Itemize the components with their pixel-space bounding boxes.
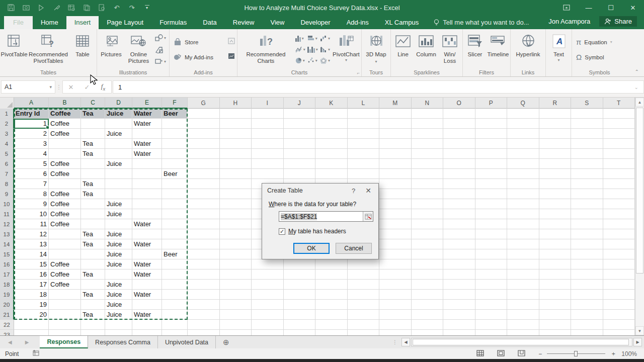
cell-R22[interactable]	[539, 320, 572, 330]
cell-L7[interactable]	[348, 169, 380, 179]
cell-D11[interactable]: Juice	[105, 209, 132, 219]
zoom-in-icon[interactable]: ＋	[610, 349, 616, 358]
ribbon-display-options-icon[interactable]	[555, 0, 578, 15]
cell-Q3[interactable]	[507, 129, 539, 139]
cell-N8[interactable]	[412, 179, 444, 189]
scroll-down-icon[interactable]: ▼	[635, 326, 644, 335]
cell-N19[interactable]	[412, 290, 444, 300]
cell-L5[interactable]	[348, 149, 380, 159]
screenshot-button[interactable]: ▾	[154, 56, 167, 66]
cell-T11[interactable]	[603, 209, 635, 219]
hscroll-left-icon[interactable]: ◀	[401, 338, 410, 346]
cell-A17[interactable]: 16	[14, 269, 49, 280]
cell-H6[interactable]	[220, 159, 252, 169]
cell-D12[interactable]	[105, 219, 132, 229]
cell-Q14[interactable]	[507, 239, 539, 249]
cell-R8[interactable]	[539, 179, 572, 189]
cell-R3[interactable]	[539, 129, 572, 139]
cell-T2[interactable]	[603, 119, 635, 129]
cell-N15[interactable]	[412, 249, 444, 259]
smartart-button[interactable]	[154, 45, 167, 55]
cell-D4[interactable]	[105, 139, 132, 149]
cell-T16[interactable]	[603, 259, 635, 269]
row-header-15[interactable]: 15	[0, 249, 14, 259]
sheet-nav-right-icon[interactable]: ▶	[25, 339, 29, 345]
sheet-nav-left-icon[interactable]: ◀	[8, 339, 12, 345]
cell-N7[interactable]	[412, 169, 444, 179]
cell-L17[interactable]	[348, 269, 380, 280]
cell-C13[interactable]: Tea	[81, 229, 105, 239]
cell-N12[interactable]	[412, 219, 444, 229]
cell-O10[interactable]	[443, 199, 475, 209]
cell-N14[interactable]	[412, 239, 444, 249]
cell-O15[interactable]	[443, 249, 475, 259]
cell-M21[interactable]	[379, 310, 412, 320]
cell-B12[interactable]: Coffee	[49, 219, 81, 229]
cell-O7[interactable]	[443, 169, 475, 179]
cell-A14[interactable]: 13	[14, 239, 49, 249]
cell-R13[interactable]	[539, 229, 572, 239]
cell-P14[interactable]	[475, 239, 508, 249]
cell-S1[interactable]	[571, 109, 603, 119]
column-header-Q[interactable]: Q	[507, 98, 539, 109]
cell-B2[interactable]: Coffee	[49, 119, 81, 129]
cell-K22[interactable]	[315, 320, 348, 330]
row-header-3[interactable]: 3	[0, 129, 14, 139]
column-chart-icon[interactable]: ▾	[295, 33, 305, 44]
cell-M15[interactable]	[379, 249, 412, 259]
cell-F20[interactable]	[162, 300, 188, 310]
cell-L20[interactable]	[348, 300, 380, 310]
cell-G9[interactable]	[188, 189, 220, 199]
cell-K19[interactable]	[315, 290, 348, 300]
cell-Q8[interactable]	[507, 179, 539, 189]
cell-N2[interactable]	[412, 119, 444, 129]
sparkline-column-button[interactable]: Column	[414, 31, 438, 68]
cell-O5[interactable]	[443, 149, 475, 159]
cell-H2[interactable]	[220, 119, 252, 129]
row-header-20[interactable]: 20	[0, 300, 14, 310]
cell-C5[interactable]: Tea	[81, 149, 105, 159]
cell-O9[interactable]	[443, 189, 475, 199]
cell-G22[interactable]	[188, 320, 220, 330]
tab-home[interactable]: Home	[33, 16, 66, 29]
cell-A15[interactable]: 14	[14, 249, 49, 259]
cell-K5[interactable]	[315, 149, 348, 159]
range-selector-button[interactable]	[363, 212, 373, 221]
page-break-preview-icon[interactable]	[518, 350, 525, 358]
cell-M8[interactable]	[379, 179, 412, 189]
macro-record-icon[interactable]	[33, 350, 40, 357]
cell-G15[interactable]	[188, 249, 220, 259]
cell-K23[interactable]	[315, 330, 348, 335]
cell-M17[interactable]	[379, 269, 412, 280]
cell-G10[interactable]	[188, 199, 220, 209]
3d-map-button[interactable]: 3D Map ▾	[363, 31, 389, 68]
cell-N17[interactable]	[412, 269, 444, 280]
cell-P17[interactable]	[475, 269, 508, 280]
cell-B20[interactable]	[49, 300, 81, 310]
cell-Q1[interactable]	[507, 109, 539, 119]
tab-data[interactable]: Data	[195, 16, 224, 29]
cell-S5[interactable]	[571, 149, 603, 159]
cell-B9[interactable]: Coffee	[49, 189, 81, 199]
tab-file[interactable]: File	[4, 16, 33, 29]
cell-P20[interactable]	[475, 300, 508, 310]
cell-D18[interactable]: Juice	[105, 280, 132, 290]
run-macro-icon[interactable]	[37, 4, 45, 12]
pivottable-button[interactable]: PivotTable	[1, 31, 27, 68]
cell-M5[interactable]	[379, 149, 412, 159]
cell-M14[interactable]	[379, 239, 412, 249]
cell-O16[interactable]	[443, 259, 475, 269]
charts-dialog-launcher-icon[interactable]: ⌐	[357, 70, 360, 75]
cell-T5[interactable]	[603, 149, 635, 159]
tab-view[interactable]: View	[262, 16, 292, 29]
cell-Q7[interactable]	[507, 169, 539, 179]
cell-G6[interactable]	[188, 159, 220, 169]
cell-C15[interactable]	[81, 249, 105, 259]
cell-E1[interactable]: Water	[132, 109, 162, 119]
cell-C2[interactable]	[81, 119, 105, 129]
cell-E16[interactable]: Water	[132, 259, 162, 269]
cell-L2[interactable]	[348, 119, 380, 129]
timeline-button[interactable]: Timeline	[486, 31, 510, 68]
cell-I18[interactable]	[252, 280, 284, 290]
cell-K20[interactable]	[315, 300, 348, 310]
